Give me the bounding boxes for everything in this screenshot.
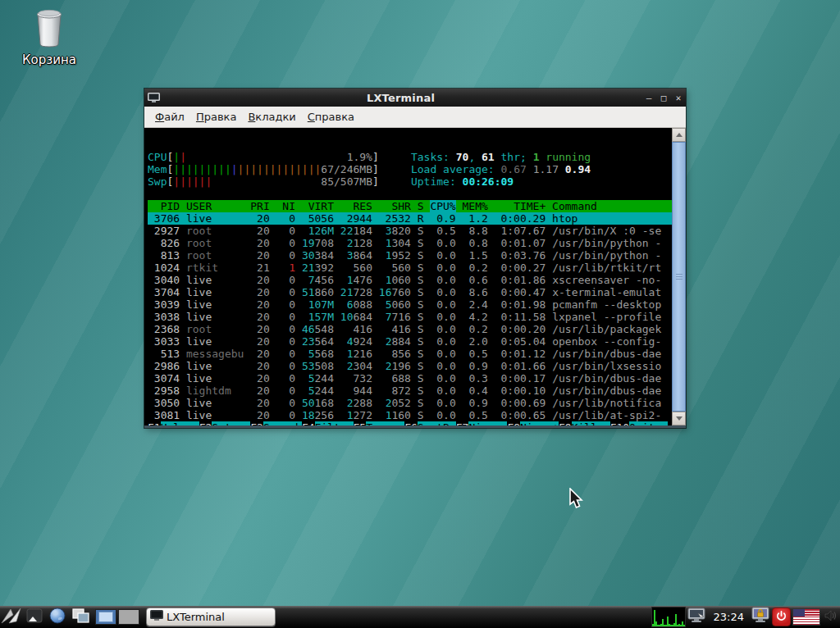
process-row[interactable]: 2368 root 20 0 46548 416 416 S 0.0 0.2 0… xyxy=(148,323,672,335)
web-browser-button[interactable] xyxy=(46,607,69,627)
down-arrow-icon xyxy=(676,416,682,421)
minimize-button[interactable]: – xyxy=(641,93,656,103)
us-flag-icon xyxy=(792,608,820,626)
lxde-logo-icon xyxy=(1,608,22,627)
window-title: LXTerminal xyxy=(160,92,641,104)
process-row[interactable]: 3081 live 20 0 18256 1272 1160 S 0.0 0.5… xyxy=(148,409,672,421)
globe-icon xyxy=(49,608,66,627)
menu-item-0[interactable]: Файл xyxy=(149,108,190,125)
show-desktop-button[interactable] xyxy=(69,607,92,627)
speaker-icon xyxy=(824,609,838,626)
function-key-bar[interactable]: F1Help F2Setup F3SearchF4FilterF5Tree F6… xyxy=(148,421,672,425)
terminal-area[interactable]: CPU[|| 1.9%] Tasks: 70, 61 thr; 1 runnin… xyxy=(144,128,686,428)
up-arrow-icon xyxy=(676,133,682,137)
scrollbar-thumb[interactable] xyxy=(672,142,686,412)
workspace-2[interactable] xyxy=(118,609,139,625)
keyboard-layout-button[interactable] xyxy=(791,607,822,627)
process-row[interactable]: 2986 live 20 0 53508 2304 2196 S 0.0 0.9… xyxy=(148,360,672,372)
task-button-label: LXTerminal xyxy=(167,611,225,623)
scroll-up-button[interactable] xyxy=(672,128,686,142)
process-row[interactable]: 3050 live 20 0 50168 2288 2052 S 0.0 0.9… xyxy=(148,397,672,409)
process-row[interactable]: 3033 live 20 0 23564 4924 2884 S 0.0 2.0… xyxy=(148,335,672,348)
swp-meter-line: Swp[|||||| 85/507MB] Uptime: 00:26:09 xyxy=(148,175,672,188)
cpu-graph-bar xyxy=(683,625,685,626)
htop-screen: CPU[|| 1.9%] Tasks: 70, 61 thr; 1 runnin… xyxy=(144,128,672,425)
process-row[interactable]: 3038 live 20 0 157M 10684 7716 S 0.0 4.2… xyxy=(148,311,672,323)
screenshot-tool-button[interactable] xyxy=(686,607,709,627)
process-row[interactable]: 813 root 20 0 30384 3864 1952 S 0.0 1.5 … xyxy=(148,249,672,262)
windows-icon xyxy=(72,608,89,626)
workspace-window-thumb xyxy=(98,612,113,622)
process-row[interactable]: 826 root 20 0 19708 2128 1304 S 0.0 0.8 … xyxy=(148,237,672,249)
task-terminal-icon xyxy=(150,609,163,625)
terminal-blank-line xyxy=(148,139,672,151)
process-row[interactable]: 3074 live 20 0 5244 732 688 S 0.0 0.3 0:… xyxy=(148,372,672,385)
window-titlebar[interactable]: LXTerminal – □ ✕ xyxy=(144,89,686,107)
process-row[interactable]: 3704 live 20 0 51860 21728 16760 S 0.0 8… xyxy=(148,286,672,298)
maximize-button[interactable]: □ xyxy=(656,93,671,103)
menu-item-3[interactable]: Справка xyxy=(302,108,360,125)
logout-button[interactable] xyxy=(772,608,791,626)
menu-item-1[interactable]: Правка xyxy=(190,108,242,125)
process-table-header[interactable]: PID USER PRI NI VIRT RES SHR S CPU% MEM%… xyxy=(148,200,672,212)
file-manager-button[interactable] xyxy=(23,607,46,627)
taskbar: LXTerminal 23:24 xyxy=(0,606,840,628)
menu-item-2[interactable]: Вкладки xyxy=(242,108,301,125)
menu-bar: ФайлПравкаВкладкиСправка xyxy=(144,107,686,128)
process-row[interactable]: 513 messagebu 20 0 5568 1216 856 S 0.0 0… xyxy=(148,348,672,360)
close-button[interactable]: ✕ xyxy=(671,93,686,103)
terminal-blank-line xyxy=(148,188,672,200)
volume-button[interactable] xyxy=(822,607,840,627)
process-row[interactable]: 3040 live 20 0 7456 1476 1060 S 0.0 0.6 … xyxy=(148,274,672,286)
cpu-meter-line: CPU[|| 1.9%] Tasks: 70, 61 thr; 1 runnin… xyxy=(148,151,672,163)
trash-icon-label: Корзина xyxy=(15,52,84,67)
lxterminal-window: LXTerminal – □ ✕ ФайлПравкаВкладкиСправк… xyxy=(144,89,686,428)
lxde-menu-button[interactable] xyxy=(0,607,23,627)
process-row[interactable]: 3039 live 20 0 107M 6088 5060 S 0.0 2.4 … xyxy=(148,298,672,311)
process-row[interactable]: 2958 lightdm 20 0 5244 944 872 S 0.0 0.4… xyxy=(148,385,672,397)
screen-tool-icon xyxy=(687,608,707,627)
scroll-down-button[interactable] xyxy=(672,412,686,425)
mem-meter-line: Mem[|||||||||||||||||||||||67/246MB] Loa… xyxy=(148,163,672,175)
mouse-cursor xyxy=(568,488,584,513)
cpu-usage-monitor[interactable] xyxy=(651,607,686,627)
process-row[interactable]: 2927 root 20 0 126M 22184 3820 S 0.5 8.8… xyxy=(148,225,672,237)
lock-screen-icon xyxy=(751,607,770,627)
terminal-icon xyxy=(148,93,160,103)
terminal-scrollbar[interactable] xyxy=(672,128,686,425)
trash-desktop-icon[interactable]: Корзина xyxy=(15,7,84,67)
trash-can-icon xyxy=(30,35,69,51)
lock-screen-button[interactable] xyxy=(749,607,772,627)
file-manager-icon xyxy=(26,608,43,626)
taskbar-clock[interactable]: 23:24 xyxy=(709,611,749,623)
power-icon xyxy=(776,609,787,625)
process-row[interactable]: 1024 rtkit 21 1 21392 560 560 S 0.0 0.2 … xyxy=(148,262,672,274)
scrollbar-grip-icon xyxy=(676,274,682,280)
desktop: Корзина LXTerminal – □ ✕ ФайлПравкаВклад… xyxy=(0,0,840,628)
taskbar-task-lxterminal[interactable]: LXTerminal xyxy=(146,608,276,626)
workspace-1[interactable] xyxy=(95,609,116,625)
process-row-selected[interactable]: 3706 live 20 0 5056 2944 2532 R 0.9 1.2 … xyxy=(148,212,672,225)
